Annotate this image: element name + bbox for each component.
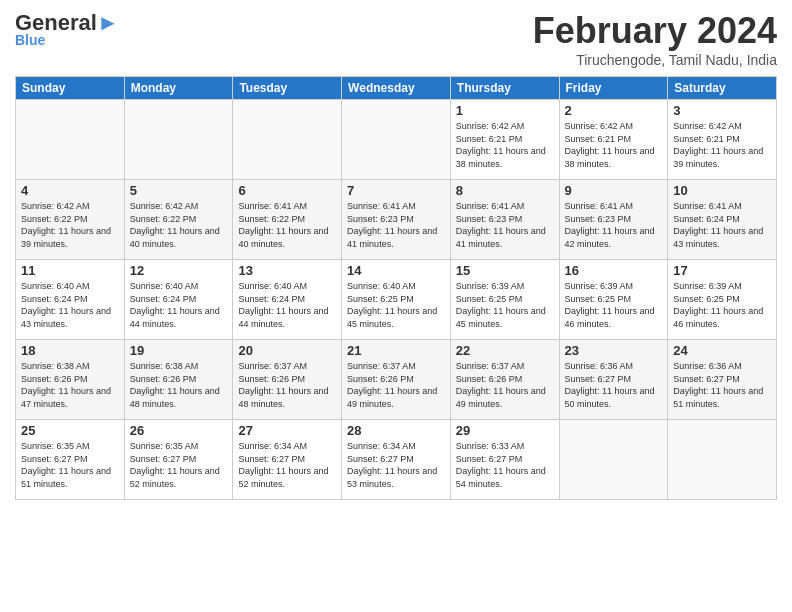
location: Tiruchengode, Tamil Nadu, India: [533, 52, 777, 68]
day-number: 14: [347, 263, 445, 278]
calendar-cell: 3Sunrise: 6:42 AM Sunset: 6:21 PM Daylig…: [668, 100, 777, 180]
cell-info: Sunrise: 6:37 AM Sunset: 6:26 PM Dayligh…: [456, 360, 554, 410]
calendar-cell: [559, 420, 668, 500]
calendar-cell: [16, 100, 125, 180]
cell-info: Sunrise: 6:37 AM Sunset: 6:26 PM Dayligh…: [347, 360, 445, 410]
logo-blue: Blue: [15, 32, 45, 48]
cell-info: Sunrise: 6:42 AM Sunset: 6:21 PM Dayligh…: [565, 120, 663, 170]
day-number: 15: [456, 263, 554, 278]
month-title: February 2024: [533, 10, 777, 52]
weekday-header-tuesday: Tuesday: [233, 77, 342, 100]
logo: General► Blue: [15, 10, 119, 48]
cell-info: Sunrise: 6:41 AM Sunset: 6:23 PM Dayligh…: [347, 200, 445, 250]
calendar-cell: 1Sunrise: 6:42 AM Sunset: 6:21 PM Daylig…: [450, 100, 559, 180]
day-number: 21: [347, 343, 445, 358]
cell-info: Sunrise: 6:40 AM Sunset: 6:24 PM Dayligh…: [130, 280, 228, 330]
cell-info: Sunrise: 6:33 AM Sunset: 6:27 PM Dayligh…: [456, 440, 554, 490]
day-number: 28: [347, 423, 445, 438]
week-row-2: 11Sunrise: 6:40 AM Sunset: 6:24 PM Dayli…: [16, 260, 777, 340]
calendar-cell: 12Sunrise: 6:40 AM Sunset: 6:24 PM Dayli…: [124, 260, 233, 340]
cell-info: Sunrise: 6:40 AM Sunset: 6:24 PM Dayligh…: [238, 280, 336, 330]
day-number: 5: [130, 183, 228, 198]
weekday-header-sunday: Sunday: [16, 77, 125, 100]
cell-info: Sunrise: 6:41 AM Sunset: 6:22 PM Dayligh…: [238, 200, 336, 250]
weekday-header-friday: Friday: [559, 77, 668, 100]
cell-info: Sunrise: 6:34 AM Sunset: 6:27 PM Dayligh…: [347, 440, 445, 490]
cell-info: Sunrise: 6:40 AM Sunset: 6:25 PM Dayligh…: [347, 280, 445, 330]
calendar-cell: 17Sunrise: 6:39 AM Sunset: 6:25 PM Dayli…: [668, 260, 777, 340]
day-number: 22: [456, 343, 554, 358]
weekday-header-row: SundayMondayTuesdayWednesdayThursdayFrid…: [16, 77, 777, 100]
day-number: 8: [456, 183, 554, 198]
day-number: 16: [565, 263, 663, 278]
calendar-cell: 6Sunrise: 6:41 AM Sunset: 6:22 PM Daylig…: [233, 180, 342, 260]
cell-info: Sunrise: 6:35 AM Sunset: 6:27 PM Dayligh…: [130, 440, 228, 490]
cell-info: Sunrise: 6:41 AM Sunset: 6:23 PM Dayligh…: [456, 200, 554, 250]
day-number: 2: [565, 103, 663, 118]
calendar-cell: 22Sunrise: 6:37 AM Sunset: 6:26 PM Dayli…: [450, 340, 559, 420]
calendar-cell: 14Sunrise: 6:40 AM Sunset: 6:25 PM Dayli…: [342, 260, 451, 340]
calendar-cell: 9Sunrise: 6:41 AM Sunset: 6:23 PM Daylig…: [559, 180, 668, 260]
day-number: 20: [238, 343, 336, 358]
calendar-cell: 16Sunrise: 6:39 AM Sunset: 6:25 PM Dayli…: [559, 260, 668, 340]
cell-info: Sunrise: 6:38 AM Sunset: 6:26 PM Dayligh…: [21, 360, 119, 410]
day-number: 1: [456, 103, 554, 118]
calendar-cell: 8Sunrise: 6:41 AM Sunset: 6:23 PM Daylig…: [450, 180, 559, 260]
calendar-cell: 19Sunrise: 6:38 AM Sunset: 6:26 PM Dayli…: [124, 340, 233, 420]
calendar: SundayMondayTuesdayWednesdayThursdayFrid…: [15, 76, 777, 500]
day-number: 17: [673, 263, 771, 278]
day-number: 18: [21, 343, 119, 358]
calendar-cell: [342, 100, 451, 180]
day-number: 26: [130, 423, 228, 438]
calendar-cell: 10Sunrise: 6:41 AM Sunset: 6:24 PM Dayli…: [668, 180, 777, 260]
calendar-cell: 7Sunrise: 6:41 AM Sunset: 6:23 PM Daylig…: [342, 180, 451, 260]
weekday-header-saturday: Saturday: [668, 77, 777, 100]
week-row-0: 1Sunrise: 6:42 AM Sunset: 6:21 PM Daylig…: [16, 100, 777, 180]
day-number: 13: [238, 263, 336, 278]
cell-info: Sunrise: 6:42 AM Sunset: 6:22 PM Dayligh…: [21, 200, 119, 250]
day-number: 11: [21, 263, 119, 278]
day-number: 25: [21, 423, 119, 438]
week-row-4: 25Sunrise: 6:35 AM Sunset: 6:27 PM Dayli…: [16, 420, 777, 500]
cell-info: Sunrise: 6:36 AM Sunset: 6:27 PM Dayligh…: [673, 360, 771, 410]
day-number: 9: [565, 183, 663, 198]
calendar-cell: 24Sunrise: 6:36 AM Sunset: 6:27 PM Dayli…: [668, 340, 777, 420]
calendar-cell: 25Sunrise: 6:35 AM Sunset: 6:27 PM Dayli…: [16, 420, 125, 500]
calendar-cell: 11Sunrise: 6:40 AM Sunset: 6:24 PM Dayli…: [16, 260, 125, 340]
calendar-cell: 27Sunrise: 6:34 AM Sunset: 6:27 PM Dayli…: [233, 420, 342, 500]
header: General► Blue February 2024 Tiruchengode…: [15, 10, 777, 68]
weekday-header-monday: Monday: [124, 77, 233, 100]
cell-info: Sunrise: 6:36 AM Sunset: 6:27 PM Dayligh…: [565, 360, 663, 410]
weekday-header-thursday: Thursday: [450, 77, 559, 100]
week-row-3: 18Sunrise: 6:38 AM Sunset: 6:26 PM Dayli…: [16, 340, 777, 420]
title-block: February 2024 Tiruchengode, Tamil Nadu, …: [533, 10, 777, 68]
cell-info: Sunrise: 6:42 AM Sunset: 6:21 PM Dayligh…: [673, 120, 771, 170]
day-number: 4: [21, 183, 119, 198]
calendar-cell: 26Sunrise: 6:35 AM Sunset: 6:27 PM Dayli…: [124, 420, 233, 500]
day-number: 29: [456, 423, 554, 438]
cell-info: Sunrise: 6:39 AM Sunset: 6:25 PM Dayligh…: [565, 280, 663, 330]
page: General► Blue February 2024 Tiruchengode…: [0, 0, 792, 612]
day-number: 19: [130, 343, 228, 358]
cell-info: Sunrise: 6:40 AM Sunset: 6:24 PM Dayligh…: [21, 280, 119, 330]
day-number: 27: [238, 423, 336, 438]
day-number: 10: [673, 183, 771, 198]
cell-info: Sunrise: 6:39 AM Sunset: 6:25 PM Dayligh…: [673, 280, 771, 330]
cell-info: Sunrise: 6:35 AM Sunset: 6:27 PM Dayligh…: [21, 440, 119, 490]
cell-info: Sunrise: 6:42 AM Sunset: 6:21 PM Dayligh…: [456, 120, 554, 170]
cell-info: Sunrise: 6:34 AM Sunset: 6:27 PM Dayligh…: [238, 440, 336, 490]
calendar-cell: 23Sunrise: 6:36 AM Sunset: 6:27 PM Dayli…: [559, 340, 668, 420]
calendar-cell: 21Sunrise: 6:37 AM Sunset: 6:26 PM Dayli…: [342, 340, 451, 420]
calendar-cell: 2Sunrise: 6:42 AM Sunset: 6:21 PM Daylig…: [559, 100, 668, 180]
day-number: 3: [673, 103, 771, 118]
week-row-1: 4Sunrise: 6:42 AM Sunset: 6:22 PM Daylig…: [16, 180, 777, 260]
calendar-cell: 13Sunrise: 6:40 AM Sunset: 6:24 PM Dayli…: [233, 260, 342, 340]
cell-info: Sunrise: 6:38 AM Sunset: 6:26 PM Dayligh…: [130, 360, 228, 410]
calendar-cell: 15Sunrise: 6:39 AM Sunset: 6:25 PM Dayli…: [450, 260, 559, 340]
calendar-cell: [124, 100, 233, 180]
calendar-cell: 28Sunrise: 6:34 AM Sunset: 6:27 PM Dayli…: [342, 420, 451, 500]
cell-info: Sunrise: 6:39 AM Sunset: 6:25 PM Dayligh…: [456, 280, 554, 330]
cell-info: Sunrise: 6:42 AM Sunset: 6:22 PM Dayligh…: [130, 200, 228, 250]
day-number: 23: [565, 343, 663, 358]
cell-info: Sunrise: 6:41 AM Sunset: 6:24 PM Dayligh…: [673, 200, 771, 250]
